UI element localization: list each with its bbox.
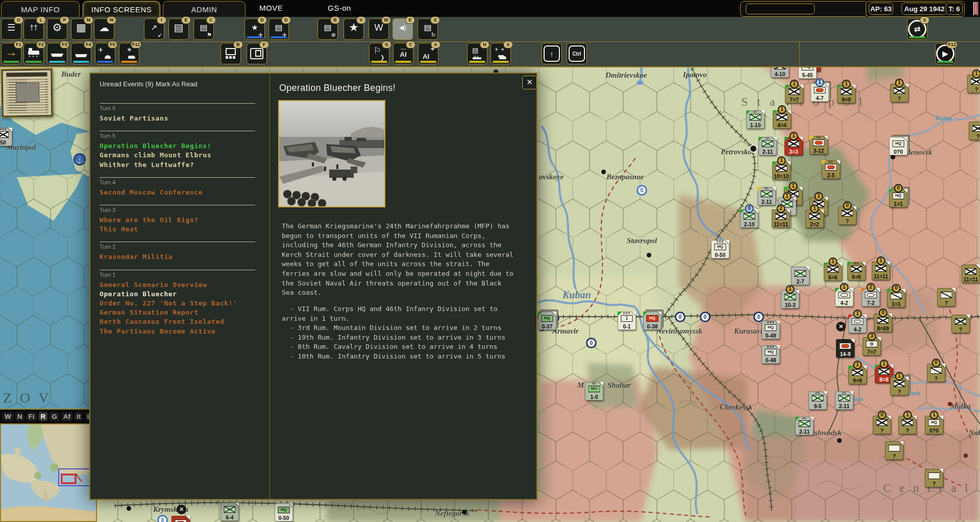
- transfer-icon[interactable]: ↗↙I: [144, 18, 164, 40]
- air-directive-icon[interactable]: ★✈D: [244, 18, 265, 40]
- ground-strike-icon[interactable]: F11: [119, 43, 139, 64]
- filter-letter-af[interactable]: Af: [61, 412, 72, 421]
- event-list-item[interactable]: North Caucasus Front Isolated: [100, 317, 255, 326]
- unit-counter[interactable]: XX4-21: [835, 288, 853, 306]
- unit-counter[interactable]: 11=112: [772, 209, 790, 228]
- close-button[interactable]: ✕: [522, 76, 537, 89]
- unit-counter[interactable]: ?0: [873, 416, 891, 434]
- briefing-icon[interactable]: ▤⚑C: [193, 18, 214, 40]
- unit-counter[interactable]: 2=21: [805, 209, 824, 228]
- event-list-item[interactable]: General Scenario Overview: [100, 280, 255, 290]
- sea-move-icon[interactable]: F3: [47, 43, 67, 64]
- logistics-icon[interactable]: ▤⊕B: [317, 18, 338, 40]
- unit-counter[interactable]: XXX0-50: [711, 240, 729, 258]
- filter-letter-w[interactable]: W: [3, 412, 13, 421]
- event-list-item[interactable]: The Partisans Become Active: [100, 327, 255, 336]
- unit-counter[interactable]: 11=111: [872, 262, 890, 280]
- weather-icon[interactable]: ☁W: [94, 18, 114, 40]
- unit-counter[interactable]: ?1: [898, 416, 917, 434]
- unit-counter[interactable]: III2-11: [835, 391, 853, 410]
- unit-counter[interactable]: 0?01: [925, 416, 943, 434]
- filter-letter-n[interactable]: N: [15, 412, 24, 421]
- unit-counter[interactable]: [172, 516, 190, 522]
- tab-info-screens[interactable]: INFO SCREENS: [83, 1, 160, 17]
- unit-counter[interactable]: ?1: [967, 75, 980, 93]
- event-list-item[interactable]: Order No. 227 'Not a Step Back!': [100, 299, 255, 308]
- unit-counter[interactable]: XX7-22: [862, 288, 880, 306]
- unit-counter[interactable]: XX4-21: [848, 315, 867, 333]
- air-drop-icon[interactable]: F5: [95, 43, 115, 64]
- unit-counter[interactable]: III2-5: [822, 160, 840, 179]
- unit-counter[interactable]: ?: [885, 441, 903, 460]
- event-list-item[interactable]: Operation Bluecher: [100, 290, 255, 299]
- event-list-item[interactable]: Germans climb Mount Elbrus: [100, 151, 255, 160]
- shift-key-icon[interactable]: ↑: [542, 43, 562, 64]
- unit-counter[interactable]: 6=61: [824, 263, 842, 281]
- depot-marker[interactable]: 0: [675, 312, 685, 322]
- unit-counter[interactable]: III3-12: [810, 136, 828, 154]
- depot-marker[interactable]: 0: [636, 185, 647, 196]
- unit-counter[interactable]: ?1: [890, 377, 909, 395]
- unit-counter[interactable]: XX9-5: [808, 391, 827, 410]
- filter-letter-r[interactable]: R: [39, 412, 48, 421]
- minimap[interactable]: [0, 423, 97, 522]
- unit-counter[interactable]: XX6=6: [847, 262, 866, 280]
- unit-counter[interactable]: 3=31: [785, 137, 803, 155]
- message-box[interactable]: [740, 1, 868, 17]
- ai-air-icon[interactable]: A: [418, 43, 438, 64]
- move-mode-icon[interactable]: →F1: [1, 43, 21, 64]
- unit-counter[interactable]: 9=91: [848, 366, 867, 384]
- filter-letter-it[interactable]: It: [75, 412, 83, 421]
- unit-counter[interactable]: 0-50: [275, 503, 293, 521]
- unit-counter[interactable]: XXX0-48: [762, 345, 780, 364]
- war-summary-icon[interactable]: WW: [369, 18, 389, 40]
- depot-marker[interactable]: 0: [586, 338, 597, 348]
- unit-counter[interactable]: III1-0: [585, 382, 603, 400]
- unit-counter[interactable]: 0-37: [538, 312, 556, 330]
- unit-counter[interactable]: 0-38: [643, 312, 662, 330]
- unit-counter[interactable]: XX14-9: [836, 339, 854, 358]
- unit-counter[interactable]: ?1: [890, 84, 909, 102]
- losses-icon[interactable]: ††L: [23, 18, 44, 40]
- unit-counter[interactable]: III4-71: [811, 83, 829, 102]
- event-list-item[interactable]: This Heat: [100, 225, 255, 234]
- unit-counter[interactable]: ?: [951, 315, 970, 333]
- unit-counter[interactable]: ?: [937, 288, 955, 306]
- unload-icon[interactable]: B: [220, 43, 241, 64]
- event-list-item[interactable]: Second Moscow Conference: [100, 188, 255, 197]
- event-list-item[interactable]: Operation Bluecher Begins!: [100, 141, 255, 151]
- unit-counter[interactable]: III2-11: [758, 137, 777, 155]
- unit-counter[interactable]: ?0: [927, 364, 945, 382]
- orders-icon[interactable]: ☰O: [1, 18, 21, 40]
- formation-icon[interactable]: F: [247, 43, 267, 64]
- events-icon[interactable]: ◀)E: [393, 18, 413, 40]
- unit-counter[interactable]: 7=73: [863, 337, 881, 355]
- newspaper-image[interactable]: [2, 69, 52, 116]
- switch-view-icon[interactable]: ⇄S: [907, 18, 927, 40]
- depot-marker[interactable]: 0: [157, 515, 168, 522]
- map-info-icon[interactable]: ▦M: [71, 18, 91, 40]
- air-doctrine-icon[interactable]: ▤✈D: [268, 18, 289, 40]
- unit-counter[interactable]: ?0: [838, 206, 856, 225]
- unit-counter[interactable]: 1=10: [887, 289, 905, 307]
- unit-counter[interactable]: 10=101: [772, 161, 791, 180]
- air-ground-attack-icon[interactable]: X: [491, 43, 511, 64]
- unit-counter[interactable]: XXX0-1: [618, 312, 636, 330]
- unit-counter[interactable]: 2-7: [791, 267, 810, 285]
- unit-counter[interactable]: 8=690: [874, 314, 892, 332]
- unit-counter[interactable]: 11=11: [962, 265, 980, 283]
- objective-flag-icon[interactable]: G: [369, 43, 389, 64]
- unit-counter[interactable]: ?: [925, 469, 943, 487]
- production-icon[interactable]: N: [467, 43, 487, 64]
- unit-counter[interactable]: III1-10: [746, 110, 765, 129]
- ai-cities-icon[interactable]: C: [393, 43, 413, 64]
- ferry-move-icon[interactable]: F4: [71, 43, 91, 64]
- reports-icon[interactable]: ▤E: [168, 18, 189, 40]
- unit-counter[interactable]: 4=41: [773, 110, 791, 129]
- event-list-item[interactable]: Krasnodar Militia: [100, 252, 255, 262]
- ctrl-key-icon[interactable]: Ctrl: [567, 43, 587, 64]
- event-list-item[interactable]: German Situation Report: [100, 308, 255, 317]
- mark-as-read-button[interactable]: Mark As Read: [156, 80, 198, 88]
- depot-marker[interactable]: 0: [700, 312, 710, 322]
- unit-counter[interactable]: III2-11: [795, 417, 814, 435]
